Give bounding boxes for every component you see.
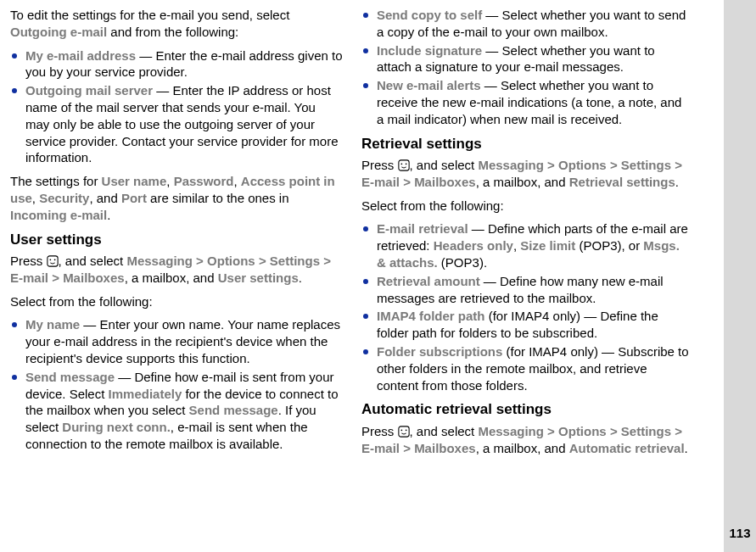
list-item: New e-mail alerts — Select whether you w…: [361, 77, 691, 127]
retrieval-list: E-mail retrieval — Define which parts of…: [361, 220, 691, 393]
menu-key-icon: [47, 255, 59, 267]
list-item: My name — Enter your own name. Your name…: [10, 316, 343, 366]
heading-retrieval-settings: Retrieval settings: [361, 135, 691, 153]
outgoing-list: My e-mail address — Enter the e-mail add…: [10, 47, 343, 167]
similar-settings-paragraph: The settings for User name, Password, Ac…: [10, 173, 343, 223]
list-item: Outgoing mail server — Enter the IP addr…: [10, 82, 343, 166]
sidebar: Messaging 113: [724, 0, 756, 552]
list-item: My e-mail address — Enter the e-mail add…: [10, 47, 343, 81]
left-column: To edit the settings for the e-mail you …: [10, 7, 358, 545]
page-number: 113: [724, 526, 756, 540]
right-column: Send copy to self — Select whether you w…: [358, 7, 706, 545]
user-list: My name — Enter your own name. Your name…: [10, 316, 343, 452]
retrieval-settings-path: Press , and select Messaging > Options >…: [361, 157, 691, 191]
list-item: Send copy to self — Select whether you w…: [361, 7, 691, 41]
user-settings-path: Press , and select Messaging > Options >…: [10, 253, 343, 287]
select-from-text: Select from the following:: [10, 293, 343, 310]
page-content: To edit the settings for the e-mail you …: [0, 0, 756, 552]
menu-key-icon: [398, 159, 410, 171]
select-from-text: Select from the following:: [361, 198, 691, 215]
user-list-cont: Send copy to self — Select whether you w…: [361, 7, 691, 128]
list-item: Include signature — Select whether you w…: [361, 42, 691, 76]
list-item: Send message — Define how e-mail is sent…: [10, 369, 343, 453]
list-item: IMAP4 folder path (for IMAP4 only) — Def…: [361, 308, 691, 342]
automatic-retrieval-path: Press , and select Messaging > Options >…: [361, 423, 691, 457]
list-item: Folder subscriptions (for IMAP4 only) — …: [361, 343, 691, 393]
list-item: E-mail retrieval — Define which parts of…: [361, 220, 691, 270]
heading-user-settings: User settings: [10, 231, 343, 249]
list-item: Retrieval amount — Define how many new e…: [361, 273, 691, 307]
heading-automatic-retrieval: Automatic retrieval settings: [361, 400, 691, 419]
intro-paragraph: To edit the settings for the e-mail you …: [10, 7, 343, 41]
menu-key-icon: [398, 426, 410, 438]
